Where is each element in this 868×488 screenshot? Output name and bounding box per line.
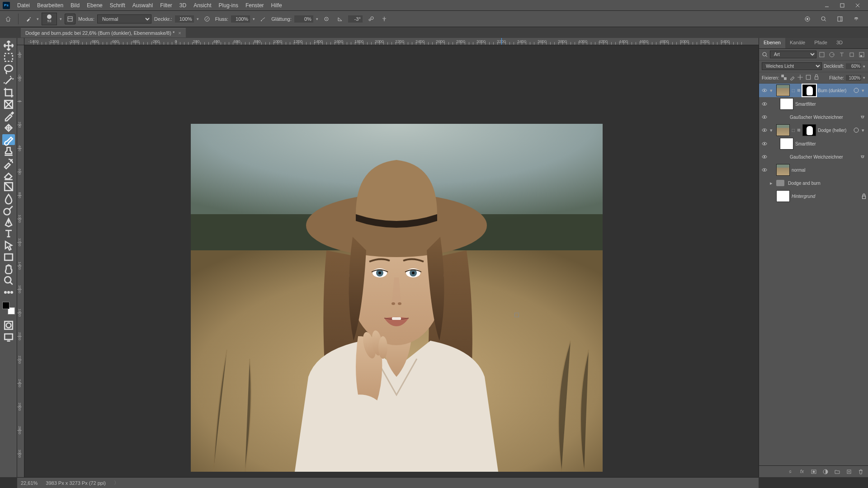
menu-filter[interactable]: Filter: [156, 0, 176, 10]
layer-thumbnail[interactable]: [780, 138, 793, 150]
layer-thumbnail[interactable]: [776, 190, 790, 202]
visibility-toggle[interactable]: [761, 153, 768, 160]
delete-layer-icon[interactable]: [857, 468, 864, 475]
expand-toggle[interactable]: ▾: [770, 88, 774, 94]
layer-dodge[interactable]: ▾⬚⛓Dodge (heller)▾: [759, 123, 868, 137]
lock-icon[interactable]: [861, 193, 866, 199]
fill-input[interactable]: [846, 75, 861, 81]
visibility-toggle[interactable]: [761, 166, 768, 174]
ruler-vertical[interactable]: -400-20002004006008001000120014001600180…: [17, 45, 24, 477]
wand-tool[interactable]: [2, 75, 15, 86]
layer-dodge-sf[interactable]: Smartfilter: [759, 137, 868, 150]
layer-fx-icon[interactable]: fx: [798, 468, 806, 475]
layer-normal[interactable]: normal: [759, 163, 868, 177]
menu-auswahl[interactable]: Auswahl: [129, 0, 156, 10]
layer-name[interactable]: Smartfilter: [795, 141, 866, 146]
lock-position-icon[interactable]: [797, 74, 803, 81]
expand-toggle[interactable]: ▾: [770, 127, 774, 133]
minimize-button[interactable]: [819, 0, 835, 10]
layer-bg[interactable]: Hintergrund: [759, 189, 868, 203]
lasso-tool[interactable]: [2, 64, 15, 75]
hand-tool[interactable]: [2, 263, 15, 274]
layer-dodge-gauss[interactable]: Gaußscher Weichzeichner: [759, 150, 868, 163]
menu-fenster[interactable]: Fenster: [242, 0, 268, 10]
menu-3d[interactable]: 3D: [176, 0, 190, 10]
adjustment-layer-icon[interactable]: [822, 468, 829, 475]
filter-smart-icon[interactable]: [858, 51, 865, 58]
layer-burn-sf[interactable]: Smartfilter: [759, 97, 868, 111]
layer-name[interactable]: Dodge and burn: [788, 181, 866, 186]
smoothing-options-icon[interactable]: [321, 14, 332, 24]
history-brush-tool[interactable]: [2, 158, 15, 169]
lock-artboard-icon[interactable]: [805, 74, 811, 81]
mask-thumbnail[interactable]: [802, 124, 816, 136]
tab-channels[interactable]: Kanäle: [785, 38, 810, 48]
tab-3d[interactable]: 3D: [832, 38, 847, 48]
path-select-tool[interactable]: [2, 240, 15, 251]
brush-panel-icon[interactable]: [65, 14, 75, 24]
smoothing-input[interactable]: [294, 15, 313, 23]
lock-all-icon[interactable]: [813, 74, 820, 81]
pen-tool[interactable]: [2, 216, 15, 227]
layer-name[interactable]: Burn (dunkler): [818, 88, 851, 93]
brush-preset[interactable]: 53: [42, 13, 57, 25]
gradient-tool[interactable]: [2, 181, 15, 192]
layer-burn[interactable]: ▾⬚⛓Burn (dunkler)▾: [759, 84, 868, 97]
menu-bild[interactable]: Bild: [67, 0, 83, 10]
layer-name[interactable]: Dodge (heller): [818, 128, 851, 133]
layer-name[interactable]: normal: [792, 168, 866, 173]
visibility-toggle[interactable]: [761, 192, 768, 200]
menu-plug-ins[interactable]: Plug-ins: [215, 0, 242, 10]
link-icon[interactable]: ⛓: [797, 128, 801, 132]
screenmode-icon[interactable]: [2, 332, 15, 343]
quickmask-icon[interactable]: [2, 320, 15, 331]
menu-ansicht[interactable]: Ansicht: [190, 0, 215, 10]
dodge-tool[interactable]: [2, 205, 15, 216]
layer-name[interactable]: Gaußscher Weichzeichner: [790, 115, 857, 120]
layer-thumbnail[interactable]: [776, 124, 790, 136]
pressure-opacity-icon[interactable]: [202, 14, 212, 24]
document-tab[interactable]: Dodge and burn.psdc bei 22,6% (Burn (dun…: [21, 28, 186, 38]
layer-blend-select[interactable]: Weiches Licht: [762, 62, 822, 70]
menu-datei[interactable]: Datei: [14, 0, 33, 10]
link-icon[interactable]: ⛓: [797, 89, 801, 93]
angle-input[interactable]: [348, 15, 363, 23]
home-icon[interactable]: [3, 14, 14, 24]
ruler-origin[interactable]: [17, 38, 24, 45]
blend-mode-select[interactable]: Normal: [97, 14, 151, 23]
workspace-icon[interactable]: [835, 14, 845, 24]
visibility-toggle[interactable]: [761, 87, 768, 94]
tab-layers[interactable]: Ebenen: [759, 38, 785, 48]
pressure-size-icon[interactable]: [365, 14, 376, 24]
marquee-tool[interactable]: [2, 52, 15, 63]
filter-adjust-icon[interactable]: [828, 51, 835, 58]
search-icon[interactable]: [818, 14, 829, 24]
filter-badge-icon[interactable]: [853, 127, 860, 133]
close-tab-icon[interactable]: ×: [178, 30, 181, 36]
blur-tool[interactable]: [2, 193, 15, 204]
stamp-tool[interactable]: [2, 146, 15, 157]
layer-thumbnail[interactable]: [780, 98, 793, 110]
layer-group[interactable]: ▸Dodge and burn: [759, 177, 868, 189]
close-button[interactable]: [850, 0, 865, 10]
zoom-level[interactable]: 22,61%: [21, 480, 38, 486]
group-icon[interactable]: [834, 468, 841, 475]
move-tool[interactable]: [2, 40, 15, 51]
filter-badge-icon[interactable]: [853, 88, 860, 93]
filter-options-icon[interactable]: [859, 114, 866, 120]
filter-type-select[interactable]: Art: [770, 51, 816, 58]
layer-thumbnail[interactable]: [776, 84, 790, 96]
layer-name[interactable]: Gaußscher Weichzeichner: [790, 155, 857, 160]
filter-pixel-icon[interactable]: [818, 51, 826, 58]
healing-tool[interactable]: [2, 122, 15, 133]
expand-toggle[interactable]: ▸: [770, 180, 774, 186]
foreground-color-swatch[interactable]: [2, 302, 9, 309]
share-icon[interactable]: [851, 14, 862, 24]
layer-name[interactable]: Hintergrund: [792, 194, 859, 199]
type-tool[interactable]: [2, 228, 15, 239]
frame-tool[interactable]: [2, 99, 15, 110]
crop-tool[interactable]: [2, 87, 15, 98]
filter-shape-icon[interactable]: [848, 51, 855, 58]
lock-pixels-icon[interactable]: [789, 74, 795, 81]
visibility-toggle[interactable]: [761, 127, 768, 134]
